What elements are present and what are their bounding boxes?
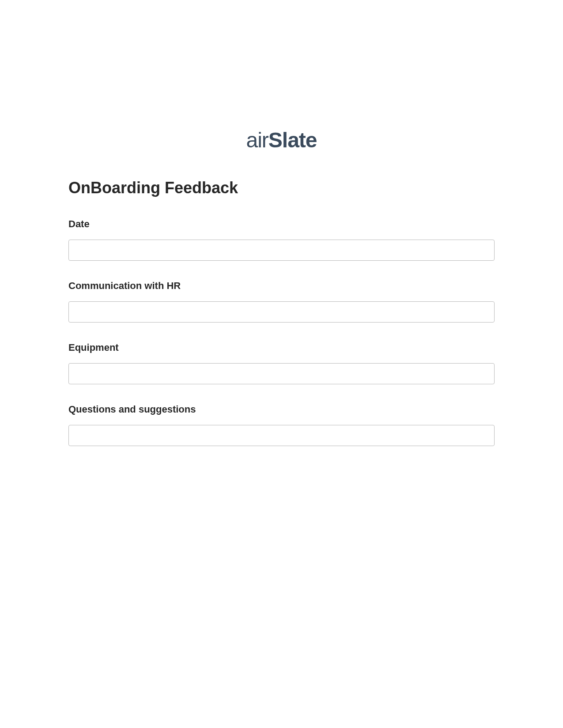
airslate-logo: airSlate [246, 128, 317, 152]
logo-part-slate: Slate [268, 128, 317, 152]
input-date[interactable] [68, 240, 495, 261]
logo-container: airSlate [68, 128, 495, 152]
form-title: OnBoarding Feedback [68, 179, 495, 197]
input-communication[interactable] [68, 301, 495, 323]
form-field-date: Date [68, 218, 495, 261]
form-field-communication: Communication with HR [68, 280, 495, 323]
label-communication: Communication with HR [68, 280, 495, 292]
input-equipment[interactable] [68, 363, 495, 384]
label-questions: Questions and suggestions [68, 404, 495, 415]
form-field-equipment: Equipment [68, 342, 495, 384]
input-questions[interactable] [68, 425, 495, 446]
page-container: airSlate OnBoarding Feedback Date Commun… [0, 0, 563, 446]
form-field-questions: Questions and suggestions [68, 404, 495, 446]
label-equipment: Equipment [68, 342, 495, 353]
logo-part-air: air [246, 128, 268, 152]
label-date: Date [68, 218, 495, 230]
